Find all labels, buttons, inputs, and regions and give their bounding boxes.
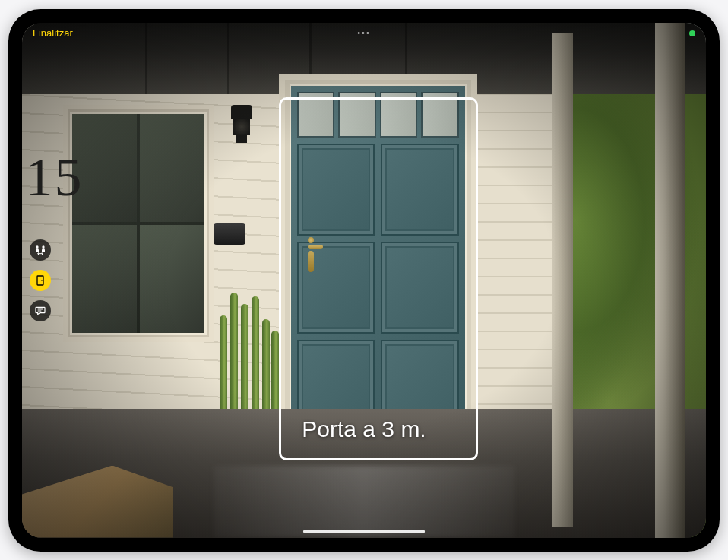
- svg-point-0: [36, 245, 38, 248]
- status-bar: Finalitzar •••: [22, 23, 706, 44]
- scene-lamp: [231, 105, 252, 144]
- speech-bubble-icon: [34, 305, 46, 317]
- camera-viewfinder: 15: [22, 23, 706, 538]
- house-number: 15: [26, 146, 84, 209]
- people-detection-button[interactable]: [30, 239, 51, 261]
- image-descriptions-button[interactable]: [30, 300, 51, 321]
- done-button[interactable]: Finalitzar: [33, 27, 73, 39]
- door-icon: [34, 274, 46, 286]
- home-indicator[interactable]: [303, 530, 425, 533]
- more-icon[interactable]: •••: [357, 28, 371, 37]
- scene-pillar: [552, 33, 573, 527]
- screen: 15: [22, 23, 706, 538]
- door-handle: [308, 237, 314, 274]
- scene-window: [63, 105, 214, 342]
- people-distance-icon: [34, 244, 46, 256]
- door-detection-button[interactable]: [30, 270, 51, 291]
- scene-mailbox: [214, 223, 245, 245]
- scene-pillar: [655, 23, 685, 538]
- scene-door: [279, 74, 477, 450]
- mode-controls: [30, 239, 51, 321]
- camera-in-use-indicator: [689, 30, 695, 36]
- svg-point-3: [41, 280, 43, 281]
- door-detection-label: Porta a 3 m.: [302, 416, 426, 442]
- device-frame: 15: [8, 9, 720, 552]
- svg-point-1: [42, 245, 44, 248]
